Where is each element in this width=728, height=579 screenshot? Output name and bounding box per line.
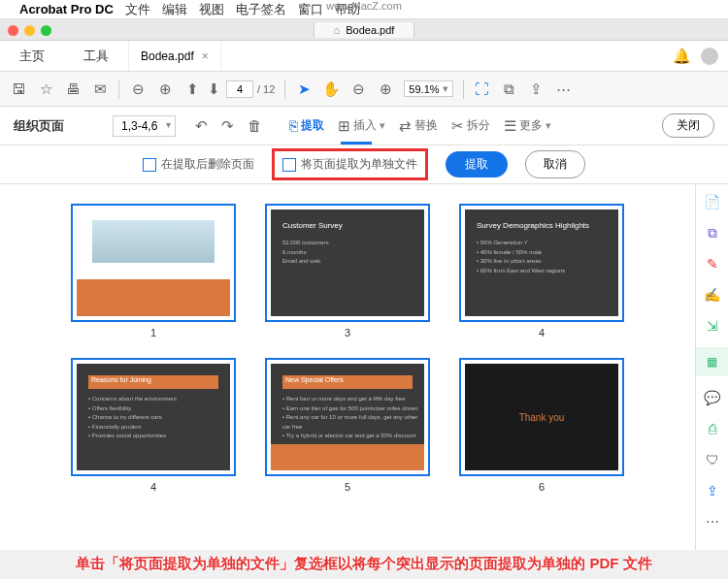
organize-pages-icon[interactable]: ▦	[696, 347, 729, 376]
more-list-icon: ☰	[504, 117, 516, 135]
extract-options-row: 在提取后删除页面 将页面提取为单独文件 提取 取消	[0, 145, 728, 184]
delete-after-label: 在提取后删除页面	[161, 156, 254, 173]
insert-label: 插入	[353, 117, 377, 134]
select-tool-icon[interactable]: ➤	[295, 80, 313, 98]
save-icon[interactable]: 🖫	[10, 80, 27, 98]
rotate-right-icon[interactable]: ↷	[221, 117, 234, 135]
close-tab-icon[interactable]: ×	[202, 49, 209, 63]
create-pdf-icon[interactable]: 📄	[703, 192, 722, 211]
zoom-value: 59.1%	[409, 83, 439, 95]
watermark-text: www.MacZ.com	[326, 0, 402, 12]
export-pdf-icon[interactable]: ⇲	[703, 316, 722, 336]
tab-extract[interactable]: ⎘ 提取	[289, 117, 324, 134]
separate-files-checkbox[interactable]: 将页面提取为单独文件	[282, 156, 417, 173]
page-thumbnail[interactable]: Survey Demographics Highlights • 50% Gen…	[459, 204, 624, 338]
tab-document[interactable]: Bodea.pdf ×	[128, 41, 221, 71]
minimize-window-button[interactable]	[24, 25, 35, 36]
page-up-icon[interactable]: ⬆	[183, 80, 201, 98]
rotate-left-icon[interactable]: ↶	[195, 117, 208, 135]
tab-insert[interactable]: ⊞ 插入 ▾	[338, 117, 385, 135]
insert-icon: ⊞	[338, 117, 350, 135]
zoom-in-icon[interactable]: ⊕	[156, 80, 174, 98]
account-avatar[interactable]	[701, 48, 718, 65]
close-window-button[interactable]	[8, 25, 18, 36]
comment-icon[interactable]: 💬	[703, 388, 722, 407]
checkbox-icon	[282, 158, 296, 172]
page-number-label: 4	[150, 481, 156, 493]
tab-replace[interactable]: ⇄ 替换	[399, 117, 438, 135]
scan-ocr-icon[interactable]: ⎙	[703, 419, 722, 438]
doc-tab-label: Bodea.pdf	[141, 49, 194, 63]
cancel-button[interactable]: 取消	[525, 150, 585, 178]
tab-more[interactable]: ☰ 更多 ▾	[504, 117, 551, 135]
document-title: Bodea.pdf	[346, 24, 394, 36]
extract-label: 提取	[301, 117, 324, 134]
organize-bar: 组织页面 1,3-4,6 ↶ ↷ 🗑 ⎘ 提取 ⊞ 插入 ▾ ⇄ 替换 ✂ 拆分…	[0, 107, 728, 145]
chevron-down-icon: ▾	[380, 119, 385, 132]
notification-icon[interactable]: 🔔	[673, 48, 691, 65]
slide-body-text: • 50% Generation Y• 40% female / 50% mal…	[477, 239, 565, 275]
menu-esign[interactable]: 电子签名	[236, 1, 286, 18]
zoom-minus-icon[interactable]: ⊖	[349, 80, 367, 98]
page-number-label: 1	[150, 327, 156, 338]
fit-page-icon[interactable]: ⛶	[474, 80, 491, 98]
chevron-down-icon: ▾	[546, 119, 551, 132]
delete-page-icon[interactable]: 🗑	[248, 117, 262, 134]
menu-view[interactable]: 视图	[199, 1, 224, 18]
organize-title: 组织页面	[14, 117, 64, 135]
toolbar-divider	[118, 80, 119, 99]
menu-file[interactable]: 文件	[125, 1, 150, 18]
star-icon[interactable]: ☆	[37, 80, 54, 98]
slide-title: Reasons for Joining	[88, 375, 218, 389]
share-icon[interactable]: ⇪	[528, 80, 546, 98]
menu-window[interactable]: 窗口	[298, 1, 323, 18]
read-mode-icon[interactable]: ⧉	[501, 80, 518, 98]
page-thumbnail[interactable]: Customer Survey 52,000 customers6 months…	[265, 204, 430, 338]
toolbar-divider	[463, 80, 464, 99]
sign-icon[interactable]: ✍	[703, 285, 722, 305]
more-icon[interactable]: ⋯	[555, 80, 573, 98]
page-thumbnail[interactable]: 1	[71, 204, 236, 338]
slide-body-text: 52,000 customers6 monthsEmail and web	[282, 239, 329, 267]
page-thumbnail[interactable]: Thank you 6	[459, 358, 624, 493]
zoom-out-icon[interactable]: ⊖	[129, 80, 147, 98]
more-label: 更多	[519, 117, 543, 134]
page-thumbnail[interactable]: New Special Offers • Rent four or more d…	[265, 358, 430, 493]
tab-tools[interactable]: 工具	[64, 41, 128, 71]
thumbnails-grid: 1 Customer Survey 52,000 customers6 mont…	[0, 184, 695, 550]
tab-split[interactable]: ✂ 拆分	[451, 117, 490, 135]
home-icon: ⌂	[334, 24, 341, 36]
primary-nav: 主页 工具 Bodea.pdf × 🔔	[0, 41, 728, 72]
hand-tool-icon[interactable]: ✋	[322, 80, 340, 98]
print-icon[interactable]: 🖶	[64, 80, 82, 98]
edit-pdf-icon[interactable]: ✎	[703, 254, 722, 273]
mail-icon[interactable]: ✉	[91, 80, 109, 98]
combine-files-icon[interactable]: ⧉	[703, 223, 722, 242]
window-titlebar: ⌂ Bodea.pdf	[0, 19, 728, 41]
page-number-label: 5	[345, 481, 350, 493]
page-number-input[interactable]	[226, 80, 253, 98]
maximize-window-button[interactable]	[41, 25, 51, 36]
document-title-tab[interactable]: ⌂ Bodea.pdf	[314, 22, 415, 38]
zoom-dropdown[interactable]: 59.1% ▾	[404, 80, 452, 97]
tab-home[interactable]: 主页	[0, 41, 64, 71]
tools-rail: 📄 ⧉ ✎ ✍ ⇲ ▦ 💬 ⎙ 🛡 ⇪ ⋯	[695, 184, 728, 550]
app-name[interactable]: Acrobat Pro DC	[19, 2, 114, 16]
page-thumbnail[interactable]: Reasons for Joining • Concerns about the…	[71, 358, 236, 493]
more-tools-icon[interactable]: ⋯	[703, 512, 722, 531]
close-panel-button[interactable]: 关闭	[662, 113, 714, 138]
checkbox-icon	[143, 158, 156, 172]
main-toolbar: 🖫 ☆ 🖶 ✉ ⊖ ⊕ ⬆ ⬇ / 12 ➤ ✋ ⊖ ⊕ 59.1% ▾ ⛶ ⧉…	[0, 72, 728, 107]
share-tool-icon[interactable]: ⇪	[703, 481, 722, 500]
menu-edit[interactable]: 编辑	[162, 1, 187, 18]
split-label: 拆分	[467, 117, 490, 134]
zoom-plus-icon[interactable]: ⊕	[377, 80, 394, 98]
delete-after-checkbox[interactable]: 在提取后删除页面	[143, 156, 254, 173]
toolbar-divider	[284, 80, 285, 99]
page-down-icon[interactable]: ⬇	[205, 80, 222, 98]
extract-button[interactable]: 提取	[446, 151, 508, 177]
page-total-label: / 12	[257, 83, 275, 95]
page-range-select[interactable]: 1,3-4,6	[113, 115, 176, 137]
slide-title: Survey Demographics Highlights	[477, 221, 589, 230]
protect-icon[interactable]: 🛡	[703, 450, 722, 469]
